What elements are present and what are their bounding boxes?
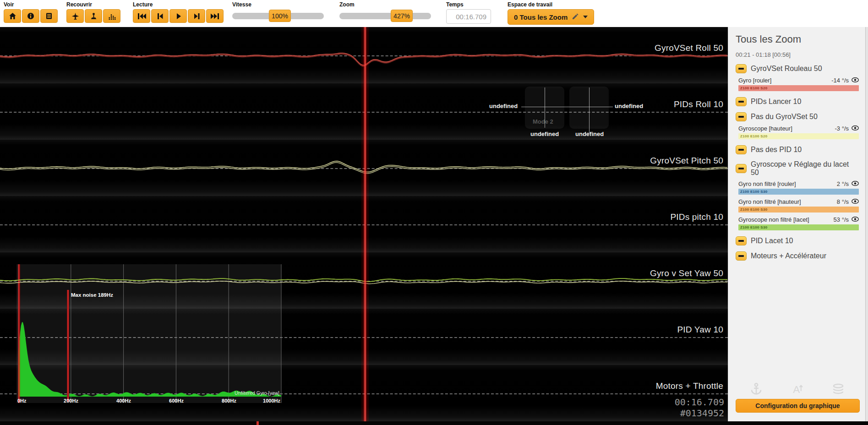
analyser-button[interactable] [103,9,120,23]
sidebar-group: PIDs Lancer 10 [736,97,859,106]
home-button[interactable] [4,9,21,23]
caret-down-icon[interactable] [583,16,588,18]
jump-start-button[interactable] [133,9,150,23]
eye-visibility-icon[interactable] [852,124,859,132]
sidebar-field: Gyroscope [hauteur]-3 °/sZ100 E100 S20 [738,124,859,139]
field-scale-bar[interactable]: Z100 E100 S30 [738,189,859,195]
stick-left-value: undefined [489,103,518,109]
band-zero-line [0,337,728,338]
sidebar-group-title: Pas des PID 10 [751,146,802,154]
jump-end-icon [210,13,220,20]
workspace-label: Espace de travail [508,1,594,8]
zoom-slider-track[interactable]: 427% [339,13,431,19]
log-icon [45,12,53,20]
field-label: Gyroscope [hauteur] [738,125,832,132]
speed-group: Vitesse 100% [232,1,324,19]
band-label: PID Yaw 10 [677,325,723,335]
graph-band[interactable]: GyroVSet Roll 50 [0,27,728,83]
eye-visibility-icon[interactable] [852,180,859,188]
info-icon [27,12,34,20]
collapse-minus-icon[interactable] [736,97,747,106]
collapse-minus-icon[interactable] [736,145,747,154]
speed-slider-handle[interactable]: 100% [269,10,291,22]
step-back-button[interactable] [151,9,169,23]
pencil-icon[interactable] [572,13,579,21]
craft-button[interactable] [66,9,84,23]
zoom-slider-handle[interactable]: 427% [391,10,413,22]
field-scale-bar[interactable]: Z100 E100 S30 [738,224,859,230]
anchor-icon[interactable] [749,382,763,398]
info-button[interactable] [22,9,39,23]
sidebar-group-header[interactable]: PIDs Lancer 10 [736,97,859,106]
collapse-minus-icon[interactable] [736,251,747,261]
collapse-minus-icon[interactable] [736,112,747,121]
log-button[interactable] [40,9,58,23]
sidebar-group: Pas des PID 10 [736,145,859,154]
field-value: -14 °/s [831,77,849,84]
seekbar-position-marker[interactable] [257,421,259,425]
band-zero-line [0,168,728,169]
step-back-icon [156,13,164,20]
sidebar-title: Tous les Zoom [736,33,859,45]
eye-visibility-icon[interactable] [852,215,859,223]
collapse-minus-icon[interactable] [736,164,747,173]
craft-icon [71,12,79,20]
collapse-minus-icon[interactable] [736,64,747,73]
sidebar-group-header[interactable]: Pas du GyroVSet 50 [736,112,859,121]
field-label: Gyro non filtré [hauteur] [738,198,834,205]
sidebar-group-header[interactable]: Moteurs + Accélérateur [736,251,859,261]
sticks-button[interactable] [85,9,102,23]
sidebar-faint-icons: A [736,382,859,398]
band-label: Gyro v Set Yaw 50 [650,268,723,278]
stick-left-bottom-value: undefined [530,131,559,137]
graph-band[interactable]: PIDs Roll 10 [0,83,728,140]
svg-text:A: A [793,384,800,395]
sidebar-group-title: GyroVSet Rouleau 50 [751,65,822,73]
font-size-icon[interactable]: A [790,382,804,398]
sidebar-group-title: Gyroscope v Réglage du lacet 50 [751,160,859,177]
field-scale-bar[interactable]: Z100 E100 S30 [738,207,859,212]
eye-visibility-icon[interactable] [852,76,859,84]
graph-band[interactable]: Motors + Throttle [0,365,728,421]
time-input[interactable] [446,9,491,24]
sidebar-scrollbar[interactable] [865,27,868,421]
stick-horizontal-axis [521,107,613,107]
graph-band[interactable]: GyroVSet Pitch 50 [0,140,728,196]
play-button[interactable] [169,9,187,23]
field-label: Gyro [rouler] [738,77,829,84]
timeline-seekbar[interactable] [0,421,868,425]
stick-right-value: undefined [615,103,643,109]
sidebar-field: Gyro [rouler]-14 °/sZ100 E100 S20 [738,76,859,91]
workspace-value: 0 Tous les Zoom [514,13,568,21]
speed-slider-track[interactable]: 100% [232,13,324,19]
workspace-button[interactable]: 0 Tous les Zoom [508,9,594,25]
eye-visibility-icon[interactable] [852,197,859,206]
sidebar-group-header[interactable]: PID Lacet 10 [736,236,859,245]
sidebar-group-header[interactable]: Gyroscope v Réglage du lacet 50 [736,160,859,177]
sidebar-group-title: Moteurs + Accélérateur [751,252,826,260]
field-scale-bar[interactable]: Z100 E100 S20 [738,85,859,91]
step-forward-button[interactable] [188,9,205,23]
zoom-sidebar: Tous les Zoom 00:21 - 01:18 [00:56] Gyro… [728,27,868,421]
sidebar-group-header[interactable]: GyroVSet Rouleau 50 [736,64,859,73]
graph-canvas[interactable]: GyroVSet Roll 50PIDs Roll 10GyroVSet Pit… [0,27,728,421]
time-label: Temps [446,1,491,8]
sidebar-group-title: PID Lacet 10 [751,237,793,245]
field-scale-bar[interactable]: Z100 E100 S20 [738,133,859,139]
overlay-group-label: Recouvrir [66,1,120,8]
field-label: Gyroscope non filtré [lacet] [738,216,831,223]
band-label: PIDs pitch 10 [670,212,723,222]
band-zero-line [0,224,728,225]
sidebar-group-header[interactable]: Pas des PID 10 [736,145,859,154]
sidebar-group: Moteurs + Accélérateur [736,251,859,261]
graph-band[interactable]: PIDs pitch 10 [0,196,728,252]
graph-configuration-button[interactable]: Configuration du graphique [736,399,860,413]
jump-end-button[interactable] [206,9,224,23]
layers-icon[interactable] [831,382,845,398]
step-forward-icon [192,13,201,20]
collapse-minus-icon[interactable] [736,236,747,245]
graph-band[interactable]: PID Yaw 10 [0,309,728,365]
graph-band[interactable]: Gyro v Set Yaw 50 [0,252,728,309]
overlay-group: Recouvrir [66,1,120,23]
band-zero-line [0,112,728,113]
